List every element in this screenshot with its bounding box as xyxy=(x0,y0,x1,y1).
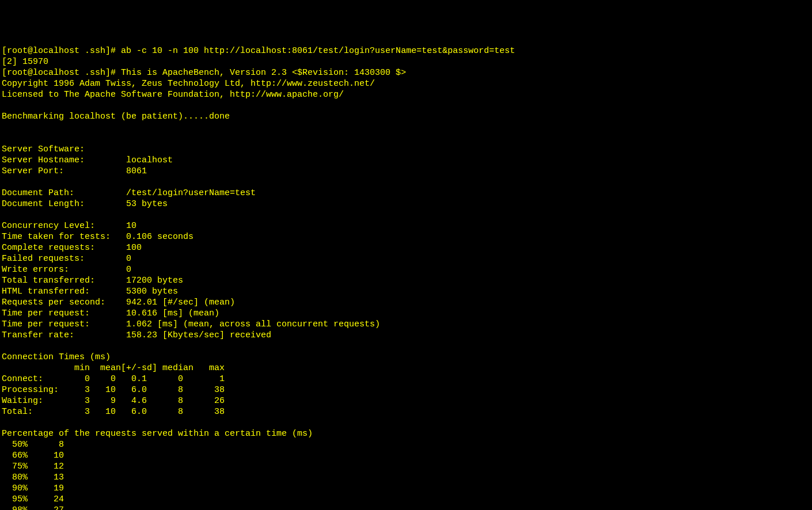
stat-label: Document Length: xyxy=(2,199,85,209)
percentile-header: Percentage of the requests served within… xyxy=(2,429,313,439)
stat-value: 0 xyxy=(126,254,131,264)
terminal-output[interactable]: [root@localhost .ssh]# ab -c 10 -n 100 h… xyxy=(2,45,810,510)
shell-prompt: [root@localhost .ssh]# xyxy=(2,68,121,78)
stat-label: Server Port: xyxy=(2,166,64,176)
stat-label: Time per request: xyxy=(2,319,90,329)
stat-value: 100 xyxy=(126,243,142,253)
percentile-row: 50% 8 xyxy=(2,440,64,450)
ab-header-line: Licensed to The Apache Software Foundati… xyxy=(2,90,344,100)
stat-label: Transfer rate: xyxy=(2,330,74,340)
stat-value: 0 xyxy=(126,265,131,275)
stat-value: 17200 bytes xyxy=(126,276,183,286)
stat-label: Concurrency Level: xyxy=(2,221,95,231)
stat-value: 8061 xyxy=(126,166,147,176)
connection-times-row: Processing: 3 10 6.0 8 38 xyxy=(2,385,225,395)
percentile-row: 98% 27 xyxy=(2,505,64,510)
stat-value: 158.23 [Kbytes/sec] received xyxy=(126,330,271,340)
ab-header-line: This is ApacheBench, Version 2.3 <$Revis… xyxy=(121,68,406,78)
connection-times-row: Waiting: 3 9 4.6 8 26 xyxy=(2,396,225,406)
stat-label: HTML transferred: xyxy=(2,287,90,296)
percentile-row: 66% 10 xyxy=(2,451,64,460)
stat-label: Document Path: xyxy=(2,188,74,198)
stat-value: 5300 bytes xyxy=(126,287,178,296)
percentile-row: 90% 19 xyxy=(2,484,64,493)
percentile-row: 75% 12 xyxy=(2,462,64,471)
stat-value: 1.062 [ms] (mean, across all concurrent … xyxy=(126,319,380,329)
command-text: ab -c 10 -n 100 http://localhost:8061/te… xyxy=(121,46,515,56)
stat-label: Failed requests: xyxy=(2,254,85,264)
stat-label: Server Hostname: xyxy=(2,155,85,165)
stat-label: Complete requests: xyxy=(2,243,95,253)
stat-value: 0.106 seconds xyxy=(126,232,193,242)
stat-value: 10 xyxy=(126,221,136,231)
stat-label: Total transferred: xyxy=(2,276,95,286)
stat-value: /test/login?userName=test xyxy=(126,188,256,198)
stat-value: 942.01 [#/sec] (mean) xyxy=(126,298,235,307)
benchmark-status-line: Benchmarking localhost (be patient).....… xyxy=(2,112,230,121)
connection-times-row: Total: 3 10 6.0 8 38 xyxy=(2,407,225,417)
connection-times-row: Connect: 0 0 0.1 0 1 xyxy=(2,374,225,384)
stat-value: 10.616 [ms] (mean) xyxy=(126,309,219,318)
ab-header-line: Copyright 1996 Adam Twiss, Zeus Technolo… xyxy=(2,79,375,89)
stat-label: Time taken for tests: xyxy=(2,232,111,242)
percentile-row: 80% 13 xyxy=(2,473,64,482)
stat-label: Time per request: xyxy=(2,309,90,318)
percentile-row: 95% 24 xyxy=(2,494,64,504)
stat-value: localhost xyxy=(126,155,173,165)
stat-label: Server Software: xyxy=(2,144,85,154)
stat-label: Write errors: xyxy=(2,265,69,275)
stat-label: Requests per second: xyxy=(2,298,105,307)
job-id-line: [2] 15970 xyxy=(2,57,48,67)
shell-prompt: [root@localhost .ssh]# xyxy=(2,46,121,56)
stat-value: 53 bytes xyxy=(126,199,168,209)
connection-times-header: Connection Times (ms) xyxy=(2,352,111,362)
connection-times-columns: min mean[+/-sd] median max xyxy=(2,363,225,373)
